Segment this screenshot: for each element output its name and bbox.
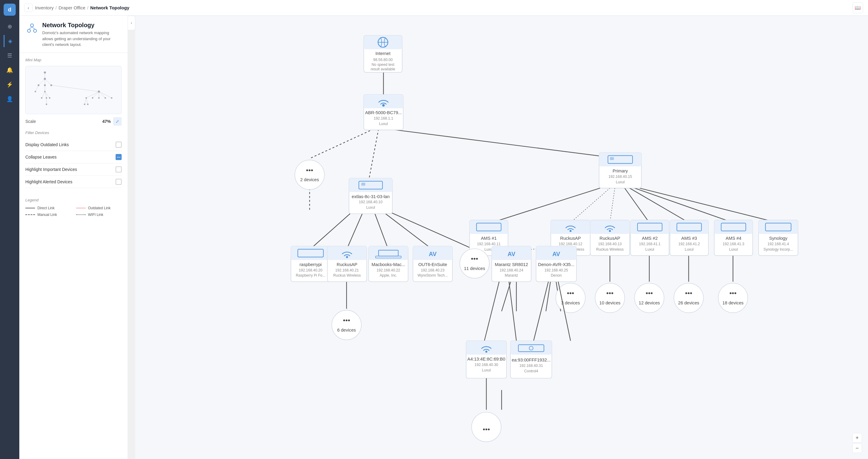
breadcrumb-draper[interactable]: Draper Office (59, 5, 85, 10)
sidebar-icon-network[interactable]: ⊕ (4, 21, 16, 33)
filter-display-outdated-checkbox[interactable] (116, 142, 122, 148)
node-marantz[interactable]: AV Marantz SR8012 192.168.40.24 Marantz (492, 246, 531, 282)
svg-text:2 devices: 2 devices (300, 177, 319, 182)
node-primary[interactable]: Primary 192.168.40.15 Luxul (599, 152, 641, 188)
svg-point-179 (485, 351, 488, 353)
svg-text:192.168.40.30: 192.168.40.30 (474, 363, 498, 367)
topbar: ‹ Inventory / Draper Office / Network To… (19, 0, 868, 16)
scale-label: Scale (25, 119, 36, 124)
svg-point-24 (44, 78, 46, 79)
svg-point-37 (105, 97, 106, 98)
sidebar-icon-list[interactable]: ☰ (4, 50, 16, 62)
node-hub1[interactable]: ••• 2 devices (295, 160, 324, 190)
svg-text:Ruckus Wireless: Ruckus Wireless (333, 273, 361, 278)
sidebar-icon-plug[interactable]: ⚡ (4, 79, 16, 91)
svg-text:11 devices: 11 devices (464, 266, 485, 271)
node-26devices[interactable]: ••• 26 devices (674, 283, 704, 313)
filter-highlight-important-checkbox[interactable] (116, 166, 122, 172)
mini-map[interactable] (25, 66, 122, 114)
svg-point-35 (92, 97, 93, 98)
svg-rect-184 (510, 341, 552, 355)
svg-text:192.168.40.25: 192.168.40.25 (545, 268, 568, 272)
node-denon[interactable]: AV Denon-AVR-X35... 192.168.40.25 Denon (536, 246, 577, 282)
svg-text:•••: ••• (306, 166, 313, 174)
svg-text:192.168.40.13: 192.168.40.13 (598, 242, 622, 246)
sidebar-icon-topology[interactable]: ◈ (4, 35, 16, 47)
panel-toggle-button[interactable]: ‹ (128, 16, 135, 30)
node-12devices[interactable]: ••• 12 devices (634, 283, 664, 313)
svg-line-8 (45, 79, 51, 85)
svg-text:•••: ••• (646, 289, 653, 297)
filter-highlight-important: Highlight Important Devices (25, 163, 122, 176)
filter-collapse-leaves-checkbox[interactable]: — (116, 154, 122, 160)
node-internet[interactable]: Internet 98.56.80.00 No speed test resul… (364, 35, 402, 72)
back-button[interactable]: ‹ (24, 4, 33, 12)
svg-text:192.168.40.20: 192.168.40.20 (299, 268, 322, 272)
legend-manual: Manual Link (25, 212, 71, 217)
zoom-in-button[interactable]: + (852, 433, 862, 443)
book-icon-button[interactable]: 📖 (852, 2, 863, 13)
topology-icon (27, 22, 37, 35)
svg-text:Luxul: Luxul (482, 368, 491, 372)
node-10devices[interactable]: ••• 10 devices (595, 283, 625, 313)
node-macbooks[interactable]: Macbooks-Mac... 192.168.40.22 Apple, Inc… (369, 246, 408, 282)
svg-text:Luxul: Luxul (379, 122, 388, 126)
svg-text:Luxul: Luxul (729, 247, 738, 252)
node-hub-bottom[interactable]: ••• (472, 412, 501, 442)
node-out6[interactable]: AV OUT6-EnSuite 192.168.40.23 WyreStorm … (413, 246, 452, 282)
zoom-out-button[interactable]: − (852, 443, 862, 453)
node-ruckusap-leaf[interactable]: RuckusAP 192.168.40.21 Ruckus Wireless (328, 246, 367, 282)
svg-text:Primary: Primary (613, 169, 628, 173)
filter-highlight-alerted-label: Highlight Alerted Devices (25, 179, 72, 184)
svg-text:Luxul: Luxul (366, 205, 375, 209)
svg-text:•••: ••• (685, 289, 692, 297)
svg-text:192.168.41.2: 192.168.41.2 (679, 242, 700, 246)
svg-text:192.168.40.12: 192.168.40.12 (559, 242, 582, 246)
filter-highlight-alerted-checkbox[interactable] (116, 179, 122, 185)
node-ams4[interactable]: AMS #4 192.168.41.3 Luxul (714, 220, 753, 256)
node-3devices[interactable]: ••• 3 devices (556, 283, 585, 313)
node-raspi[interactable]: raspberrypi 192.168.40.20 Raspberry Pi F… (291, 246, 330, 282)
node-ea93[interactable]: ea:93:00FFF1932... 192.168.40.31 Control… (510, 341, 552, 378)
svg-rect-60 (349, 178, 392, 192)
node-ruckusap2[interactable]: RuckusAP 192.168.40.13 Ruckus Wireless (590, 220, 629, 256)
sidebar: d ⊕ ◈ ☰ 🔔 ⚡ 👤 (0, 0, 19, 459)
node-18devices[interactable]: ••• 18 devices (718, 283, 748, 313)
svg-rect-98 (670, 220, 708, 234)
filter-collapse-leaves-label: Collapse Leaves (25, 154, 57, 160)
legend-wifi: WIFI Link (76, 212, 122, 217)
svg-text:result available: result available (371, 67, 395, 71)
app-logo[interactable]: d (4, 4, 16, 16)
svg-text:Marantz SR8012: Marantz SR8012 (495, 262, 528, 267)
node-a413[interactable]: A4:13:4E:8C:69:B0 192.168.40.30 Luxul (466, 341, 507, 378)
page-description: Domotz's automated network mapping allow… (42, 30, 120, 48)
svg-text:98.56.80.00: 98.56.80.00 (373, 58, 393, 62)
svg-point-23 (44, 71, 46, 73)
legend-outdated: Outdated Link (76, 206, 122, 210)
svg-text:6 devices: 6 devices (337, 328, 356, 333)
node-switch1[interactable]: extlas-8c-31-03-lan 192.168.40.10 Luxul (349, 178, 392, 213)
svg-text:A4:13:4E:8C:69:B0: A4:13:4E:8C:69:B0 (467, 356, 505, 362)
node-6devices[interactable]: ••• 6 devices (332, 310, 361, 340)
link-router-primary (389, 129, 620, 159)
node-11devices[interactable]: ••• 11 devices (460, 249, 489, 279)
legend-label: Legend (25, 198, 122, 202)
node-synology[interactable]: Synology 192.168.41.4 Synology Incorp... (758, 220, 798, 256)
link-primary-ams2 (625, 188, 650, 223)
svg-text:raspberrypi: raspberrypi (300, 262, 321, 267)
link-router-hub1 (310, 129, 374, 159)
node-ams3[interactable]: AMS #3 192.168.41.2 Luxul (670, 220, 708, 256)
svg-line-11 (35, 85, 39, 91)
minimap-section: Mini Map (19, 53, 128, 131)
svg-text:Synology: Synology (769, 236, 788, 241)
svg-rect-62 (361, 183, 365, 186)
page-header-text: Network Topology Domotz's automated netw… (42, 22, 120, 48)
sidebar-icon-bell[interactable]: 🔔 (4, 64, 16, 76)
node-ams2[interactable]: AMS #2 192.168.41.1 Luxul (630, 220, 669, 256)
sidebar-icon-person[interactable]: 👤 (4, 93, 16, 105)
breadcrumb-inventory[interactable]: Inventory (35, 5, 54, 10)
topology-area[interactable]: Internet 98.56.80.00 No speed test resul… (135, 16, 868, 459)
node-router[interactable]: ABR-5000-BC79... 192.168.1.1 Luxul (364, 94, 403, 130)
fit-screen-button[interactable]: ⤢ (113, 117, 122, 125)
svg-text:192.168.41.3: 192.168.41.3 (723, 242, 745, 246)
